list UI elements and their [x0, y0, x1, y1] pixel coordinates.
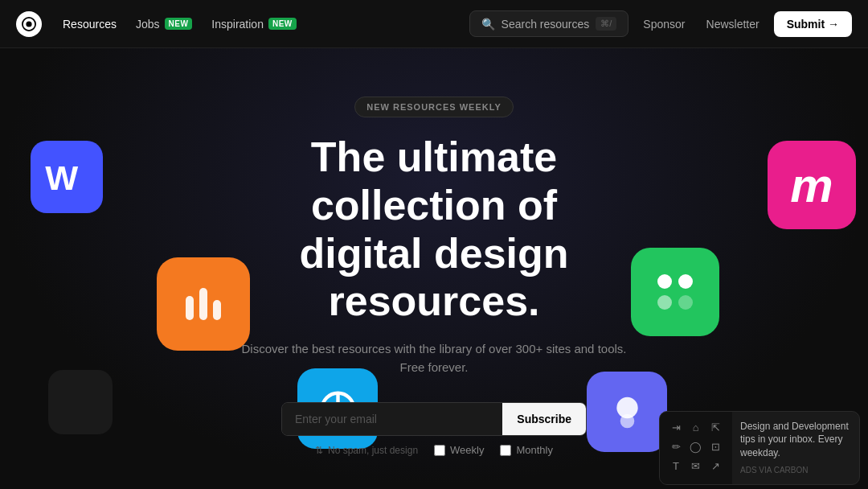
- ads-icon-5: ◯: [686, 438, 706, 457]
- ads-icon-7: T: [666, 457, 686, 476]
- form-hint: ⇅ No spam, just design: [315, 445, 418, 456]
- nav-links: Resources Jobs NEW Inspiration NEW: [55, 13, 469, 35]
- email-input[interactable]: [282, 403, 502, 435]
- ads-via: ADS VIA CARBON: [740, 465, 851, 476]
- ads-content: Design and Development tips in your inbo…: [732, 412, 859, 484]
- subscribe-button[interactable]: Subscribe: [502, 403, 586, 435]
- monthly-check[interactable]: [500, 445, 511, 456]
- nav-item-jobs[interactable]: Jobs NEW: [128, 13, 200, 35]
- form-options: ⇅ No spam, just design Weekly Monthly: [315, 444, 553, 456]
- ads-icon-8: ✉: [686, 457, 706, 476]
- inspiration-badge: NEW: [268, 18, 297, 30]
- ads-icon-9: ↗: [706, 457, 725, 476]
- newsletter-link[interactable]: Newsletter: [700, 13, 766, 35]
- nav-right: 🔍 Search resources ⌘/ Sponsor Newsletter…: [469, 10, 852, 37]
- ads-icons: ⇥ ⌂ ⇱ ✏ ◯ ⊡ T ✉ ↗: [660, 412, 732, 484]
- ads-icon-6: ⊡: [706, 438, 725, 457]
- ads-icon-1: ⇥: [666, 418, 686, 438]
- ads-widget: ⇥ ⌂ ⇱ ✏ ◯ ⊡ T ✉ ↗ Design and Development…: [659, 411, 860, 485]
- search-shortcut: ⌘/: [596, 17, 616, 31]
- hero-title: The ultimate collection ofdigital design…: [225, 134, 643, 326]
- ads-icon-2: ⌂: [686, 418, 706, 438]
- logo[interactable]: [16, 11, 42, 37]
- hero-section: NEW RESOURCES WEEKLY The ultimate collec…: [0, 48, 868, 456]
- weekly-checkbox[interactable]: Weekly: [434, 444, 484, 456]
- email-form: Subscribe ⇅ No spam, just design Weekly …: [281, 402, 587, 456]
- nav-item-inspiration[interactable]: Inspiration NEW: [203, 13, 304, 35]
- hint-icon: ⇅: [315, 445, 323, 456]
- ads-icon-3: ⇱: [706, 418, 725, 438]
- submit-button[interactable]: Submit →: [774, 11, 852, 37]
- sponsor-link[interactable]: Sponsor: [637, 13, 691, 35]
- monthly-checkbox[interactable]: Monthly: [500, 444, 553, 456]
- search-icon: 🔍: [481, 18, 495, 31]
- nav-item-resources[interactable]: Resources: [55, 13, 125, 35]
- search-button[interactable]: 🔍 Search resources ⌘/: [469, 10, 629, 37]
- ads-icon-4: ✏: [666, 438, 686, 457]
- jobs-badge: NEW: [165, 18, 193, 30]
- hero-badge: NEW RESOURCES WEEKLY: [354, 97, 514, 117]
- navigation: Resources Jobs NEW Inspiration NEW 🔍 Sea…: [0, 0, 868, 48]
- email-row: Subscribe: [281, 402, 587, 436]
- ads-text: Design and Development tips in your inbo…: [740, 420, 851, 460]
- svg-point-1: [26, 21, 31, 27]
- weekly-check[interactable]: [434, 445, 445, 456]
- hero-subtitle: Discover the best resources with the lib…: [233, 340, 635, 376]
